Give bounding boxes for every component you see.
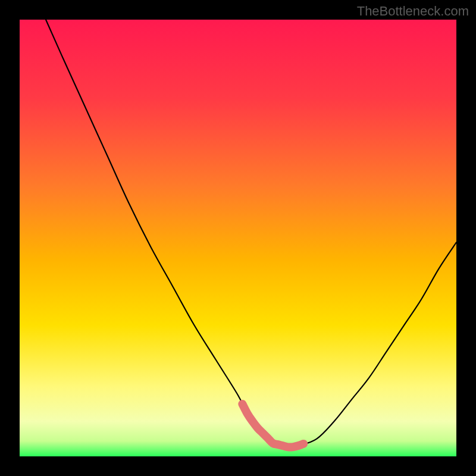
gradient-background [20,20,456,456]
watermark-text: TheBottleneck.com [357,4,469,19]
chart-svg [20,20,456,456]
chart-container: TheBottleneck.com [0,0,476,476]
plot-area [20,20,456,456]
